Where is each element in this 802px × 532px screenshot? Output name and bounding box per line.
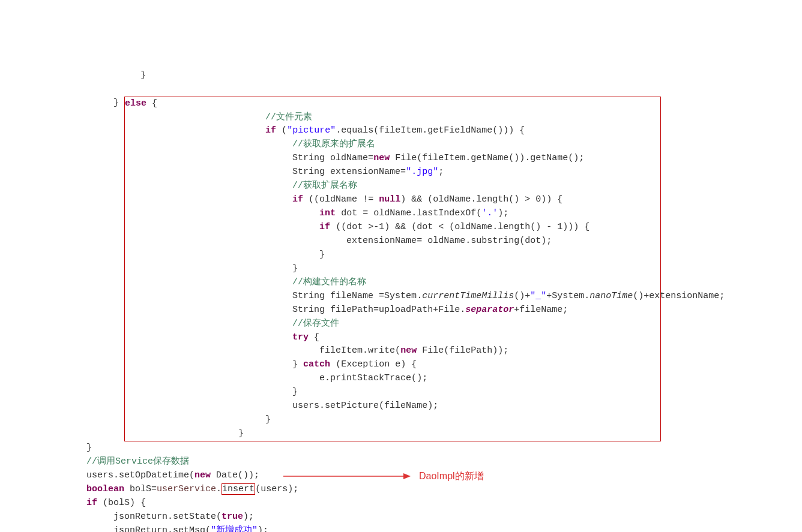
svg-marker-1: [403, 473, 411, 479]
code-line: }: [0, 98, 124, 108]
highlighted-insert: insert: [222, 483, 255, 495]
keyword-else: else: [125, 98, 146, 109]
annotation-label: DaoImpl的新增: [419, 469, 484, 483]
annotation-arrow: [283, 470, 415, 482]
code-line: }: [0, 70, 146, 80]
comment: //文件元素: [265, 112, 312, 122]
code-block: } } else { //文件元素 if ("picture".equals(f…: [0, 55, 802, 532]
